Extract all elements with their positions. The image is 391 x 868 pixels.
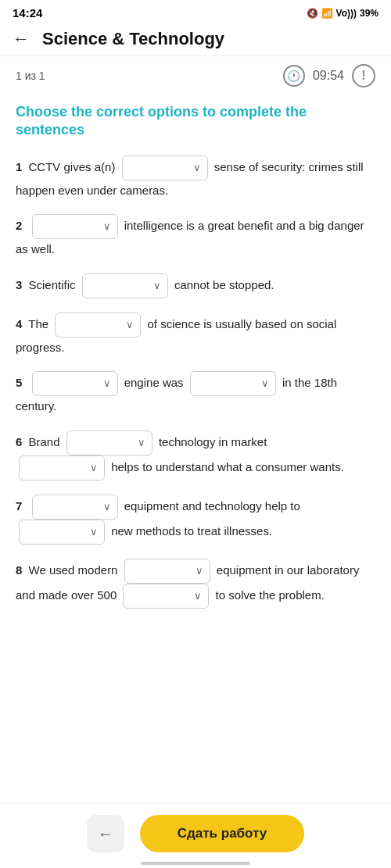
q6-number: 6: [16, 435, 22, 448]
chevron-down-icon: ∨: [153, 277, 161, 295]
q7-dropdown2[interactable]: ∨: [19, 520, 105, 545]
q5-dropdown1[interactable]: ∨: [32, 371, 118, 396]
chevron-down-icon: ∨: [138, 434, 145, 452]
question-6: 6 Brand ∨ technology in market ∨ helps t…: [16, 430, 375, 480]
q1-text-before: CCTV gives a(n): [29, 160, 116, 173]
q6-dropdown2[interactable]: ∨: [19, 455, 105, 480]
q7-text-after: new methods to treat illnesses.: [111, 524, 272, 538]
bottom-bar: [141, 862, 250, 865]
clock-icon: 🕐: [283, 65, 305, 87]
alert-icon[interactable]: !: [352, 64, 375, 88]
chevron-down-icon: ∨: [90, 523, 98, 541]
q6-text-after: helps to understand what a consumer want…: [111, 460, 344, 473]
q8-dropdown1[interactable]: ∨: [124, 559, 210, 584]
q3-text-before: Scientific: [29, 278, 76, 291]
quiz-count: 1 из 1: [16, 70, 45, 82]
q7-text-mid: equipment and technology help to: [124, 499, 300, 513]
header-back-button[interactable]: ←: [13, 29, 30, 49]
main-content: Choose the correct options to complete t…: [0, 95, 391, 716]
back-arrow-icon: ←: [98, 825, 113, 843]
q8-number: 8: [16, 563, 22, 577]
q2-number: 2: [16, 219, 22, 232]
page-title: Science & Technology: [42, 29, 224, 49]
chevron-down-icon: ∨: [126, 316, 134, 334]
q5-text-mid: engine was: [124, 376, 184, 389]
status-time: 14:24: [13, 6, 42, 20]
q7-number: 7: [16, 499, 22, 513]
chevron-down-icon: ∨: [194, 588, 202, 605]
q6-text-mid: technology in market: [159, 435, 267, 448]
q3-text-after: cannot be stopped.: [174, 278, 274, 291]
chevron-down-icon: ∨: [193, 159, 201, 177]
q2-dropdown[interactable]: ∨: [32, 214, 118, 239]
q8-text-before: We used modern: [29, 563, 118, 577]
mute-icon: 🔇: [307, 8, 318, 19]
status-icons: 🔇 📶 Vo))) 39%: [307, 8, 378, 19]
battery-icon: 39%: [360, 8, 378, 19]
timer-area: 🕐 09:54 !: [283, 64, 375, 88]
footer: ← Сдать работу: [0, 803, 391, 868]
q7-dropdown1[interactable]: ∨: [32, 495, 118, 520]
q8-dropdown2[interactable]: ∨: [123, 584, 209, 609]
chevron-down-icon: ∨: [103, 218, 111, 235]
q8-text-after: to solve the problem.: [216, 588, 325, 602]
question-4: 4 The ∨ of science is usually based on s…: [16, 313, 375, 358]
header: ← Science & Technology: [0, 23, 391, 56]
q3-dropdown[interactable]: ∨: [82, 273, 168, 298]
question-1: 1 CCTV gives a(n) ∨ sense of security: c…: [16, 155, 375, 201]
question-3: 3 Scientific ∨ cannot be stopped.: [16, 273, 375, 298]
q4-dropdown[interactable]: ∨: [55, 313, 141, 338]
question-5: 5 ∨ engine was ∨ in the 18th century.: [16, 371, 375, 416]
chevron-down-icon: ∨: [90, 459, 98, 477]
timer-value: 09:54: [313, 69, 344, 83]
q5-number: 5: [16, 376, 22, 389]
wifi-icon: 📶: [321, 8, 333, 19]
quiz-meta-bar: 1 из 1 🕐 09:54 !: [0, 56, 391, 95]
chevron-down-icon: ∨: [103, 375, 111, 392]
q6-text-before: Brand: [29, 435, 60, 448]
q5-dropdown2[interactable]: ∨: [190, 371, 276, 396]
chevron-down-icon: ∨: [261, 375, 269, 392]
status-bar: 14:24 🔇 📶 Vo))) 39%: [0, 0, 391, 23]
q4-number: 4: [16, 317, 22, 330]
q1-number: 1: [16, 160, 22, 173]
instruction-text: Choose the correct options to complete t…: [16, 103, 375, 140]
q4-text-before: The: [28, 317, 48, 330]
question-7: 7 ∨ equipment and technology help to ∨ n…: [16, 495, 375, 545]
q6-dropdown1[interactable]: ∨: [66, 430, 152, 455]
chevron-down-icon: ∨: [196, 563, 203, 580]
q3-number: 3: [16, 278, 22, 291]
question-8: 8 We used modern ∨ equipment in our labo…: [16, 559, 375, 609]
submit-button[interactable]: Сдать работу: [140, 815, 305, 852]
q1-dropdown[interactable]: ∨: [122, 155, 208, 180]
footer-back-button[interactable]: ←: [87, 815, 124, 852]
question-2: 2 ∨ intelligence is a great benefit and …: [16, 214, 375, 259]
signal-icon: Vo))): [336, 8, 357, 19]
chevron-down-icon: ∨: [103, 498, 111, 516]
